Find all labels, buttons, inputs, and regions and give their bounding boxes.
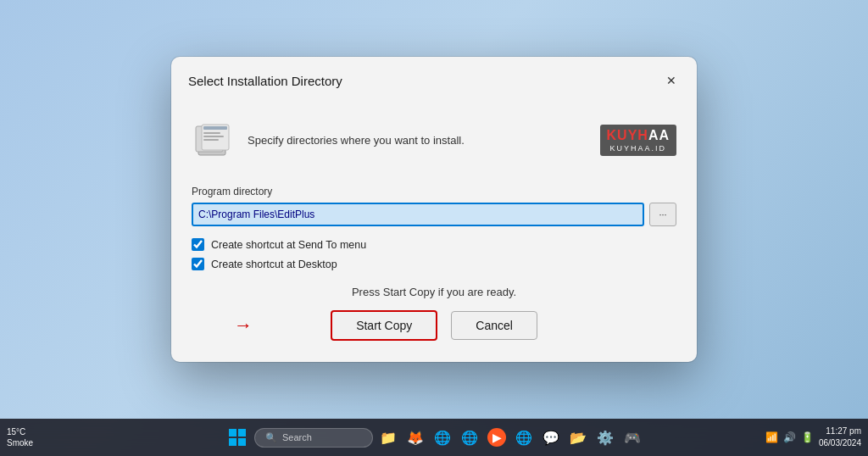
taskbar-app-1[interactable]: 🦊 xyxy=(403,425,427,449)
dialog-description: Specify directories where you want to in… xyxy=(248,134,465,147)
shortcut-sendto-checkbox[interactable] xyxy=(192,238,204,251)
watermark: KUYHAA KUYHAA.ID xyxy=(600,125,676,156)
start-copy-button[interactable]: Start Copy xyxy=(331,310,437,341)
dialog-header-section: Specify directories where you want to in… xyxy=(192,111,676,169)
browse-button[interactable]: ··· xyxy=(649,203,676,226)
shortcut-desktop-label: Create shortcut at Desktop xyxy=(211,259,337,270)
taskbar: 15°C Smoke 🔍 Search 📁 xyxy=(0,419,868,456)
dialog-header-left: Specify directories where you want to in… xyxy=(192,118,465,162)
svg-rect-9 xyxy=(229,438,236,446)
watermark-red: KUYH xyxy=(607,128,648,142)
taskbar-app-9[interactable]: 🎮 xyxy=(620,425,644,449)
start-button[interactable] xyxy=(224,424,251,451)
weather-temp: 15°C xyxy=(7,427,25,437)
ready-text: Press Start Copy if you are ready. xyxy=(192,286,676,298)
arrow-indicator: → xyxy=(234,316,253,335)
cancel-button[interactable]: Cancel xyxy=(451,311,537,340)
field-label: Program directory xyxy=(192,186,676,197)
watermark-sub: KUYHAA.ID xyxy=(607,144,670,153)
taskbar-app-7[interactable]: 📂 xyxy=(566,425,590,449)
checkbox-row-1: Create shortcut at Send To menu xyxy=(192,238,676,251)
weather-info: 15°C Smoke xyxy=(7,426,33,448)
install-dialog: Select Installation Directory ✕ xyxy=(171,57,697,362)
checkbox-row-2: Create shortcut at Desktop xyxy=(192,258,676,270)
taskbar-right: 📶 🔊 🔋 11:27 pm 06/03/2024 xyxy=(765,425,861,449)
shortcut-desktop-checkbox[interactable] xyxy=(192,258,204,270)
taskbar-app-2[interactable]: 🌐 xyxy=(431,425,454,449)
red-arrow-icon: → xyxy=(234,316,253,335)
svg-rect-5 xyxy=(203,136,224,137)
desktop: Select Installation Directory ✕ xyxy=(0,0,868,456)
svg-rect-8 xyxy=(238,429,246,437)
search-icon: 🔍 xyxy=(265,432,277,443)
taskbar-app-3[interactable]: 🌐 xyxy=(458,425,481,449)
button-row: → Start Copy Cancel xyxy=(192,310,676,341)
svg-rect-10 xyxy=(238,438,246,446)
svg-rect-7 xyxy=(229,429,236,437)
clock-time: 11:27 pm xyxy=(826,426,861,436)
taskbar-app-8[interactable]: ⚙️ xyxy=(593,425,617,449)
watermark-white: AA xyxy=(648,128,670,142)
taskbar-app-6[interactable]: 💬 xyxy=(539,425,563,449)
watermark-text: KUYHAA xyxy=(607,128,670,143)
dialog-body: Specify directories where you want to in… xyxy=(171,103,697,361)
dialog-overlay: Select Installation Directory ✕ xyxy=(0,0,868,419)
clock-date: 06/03/2024 xyxy=(819,438,861,448)
install-icon xyxy=(192,118,236,162)
svg-rect-3 xyxy=(203,126,227,130)
svg-rect-6 xyxy=(203,139,219,141)
search-bar[interactable]: 🔍 Search xyxy=(254,428,373,448)
wifi-icon: 📶 xyxy=(765,431,778,443)
taskbar-center: 🔍 Search 📁 🦊 🌐 🌐 ▶ 🌐 💬 xyxy=(224,424,644,451)
battery-icon: 🔋 xyxy=(801,431,814,443)
clock[interactable]: 11:27 pm 06/03/2024 xyxy=(819,425,861,449)
shortcut-sendto-label: Create shortcut at Send To menu xyxy=(211,239,366,251)
path-input[interactable] xyxy=(192,203,644,226)
sound-icon: 🔊 xyxy=(783,431,796,443)
taskbar-app-5[interactable]: 🌐 xyxy=(512,425,536,449)
taskbar-left: 15°C Smoke xyxy=(7,426,33,448)
taskbar-app-4[interactable]: ▶ xyxy=(485,425,509,449)
svg-rect-4 xyxy=(203,132,220,134)
input-row: ··· xyxy=(192,203,676,226)
close-button[interactable]: ✕ xyxy=(659,69,683,92)
dialog-titlebar: Select Installation Directory ✕ xyxy=(171,57,697,103)
taskbar-app-files[interactable]: 📁 xyxy=(376,425,400,449)
weather-desc: Smoke xyxy=(7,438,33,448)
dialog-title: Select Installation Directory xyxy=(188,74,342,88)
search-label: Search xyxy=(282,432,312,442)
